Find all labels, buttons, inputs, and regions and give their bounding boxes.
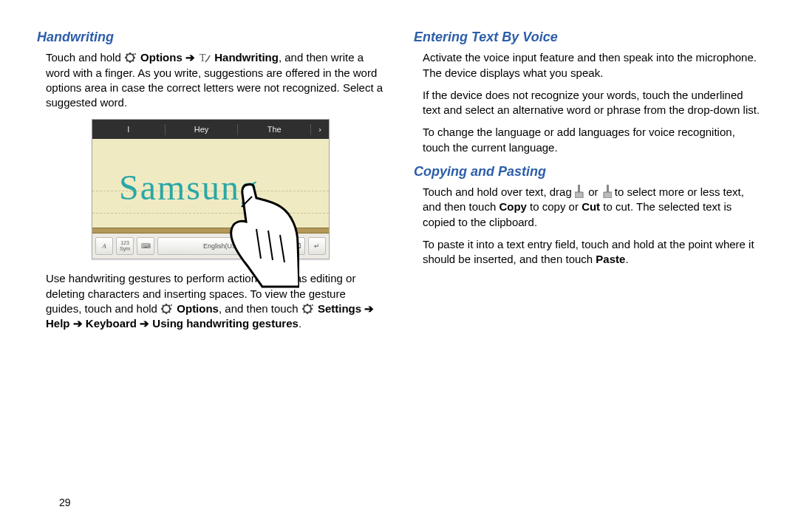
handwritten-word: Samsung bbox=[119, 164, 259, 212]
gear-icon bbox=[301, 303, 315, 315]
svg-line-27 bbox=[310, 311, 311, 313]
svg-point-9 bbox=[134, 53, 136, 55]
text: to copy or bbox=[527, 200, 582, 213]
selection-handle-right-icon bbox=[601, 185, 612, 198]
text: To paste it into a text entry field, tou… bbox=[423, 238, 754, 265]
text: . bbox=[625, 253, 628, 265]
suggestion-bar: I Hey The › bbox=[92, 120, 329, 139]
text: Touch and hold over text, drag bbox=[423, 185, 575, 198]
handwriting-canvas: Samsung bbox=[92, 139, 329, 228]
text: Touch and hold bbox=[46, 51, 124, 64]
svg-line-6 bbox=[132, 61, 134, 62]
svg-point-30 bbox=[312, 304, 313, 306]
text: . bbox=[299, 317, 301, 330]
suggestion-2: Hey bbox=[166, 124, 239, 135]
handwriting-intro: Touch and hold Options ➔ T Handwriting, … bbox=[46, 50, 384, 110]
svg-point-20 bbox=[171, 304, 172, 306]
svg-line-18 bbox=[163, 311, 164, 313]
handwriting-gestures: Use handwriting gestures to perform acti… bbox=[46, 271, 384, 331]
enter-icon: ↵ bbox=[308, 237, 326, 255]
copy-p2: To paste it into a text entry field, tou… bbox=[423, 237, 761, 267]
gear-icon bbox=[160, 303, 174, 315]
svg-line-5 bbox=[126, 54, 128, 55]
svg-line-16 bbox=[163, 305, 164, 307]
keyboard-icon: ⌨ bbox=[137, 237, 154, 255]
voice-p3: To change the language or add languages … bbox=[423, 125, 761, 155]
text: , and then touch bbox=[219, 302, 301, 315]
text-options: Options ➔ bbox=[140, 51, 198, 64]
page-number: 29 bbox=[59, 496, 71, 510]
chevron-right-icon: › bbox=[311, 124, 329, 135]
suggestion-3: The bbox=[238, 124, 311, 135]
voice-p1: Activate the voice input feature and the… bbox=[423, 50, 761, 81]
heading-copy-paste: Copying and Pasting bbox=[414, 163, 761, 180]
svg-line-26 bbox=[304, 305, 305, 307]
text-paste: Paste bbox=[596, 253, 625, 265]
text-copy: Copy bbox=[499, 200, 527, 213]
handwriting-demo-image: I Hey The › Samsung A 123 Sym ⌨ English(… bbox=[92, 119, 330, 259]
svg-line-29 bbox=[310, 305, 311, 307]
svg-rect-32 bbox=[607, 185, 609, 192]
gear-icon bbox=[124, 52, 137, 64]
heading-handwriting: Handwriting bbox=[37, 28, 384, 46]
backspace-icon: ⌫ bbox=[287, 237, 305, 255]
keyboard-row: A 123 Sym ⌨ English(US) ⌫ ↵ bbox=[92, 233, 329, 259]
copy-p1: Touch and hold over text, drag or to sel… bbox=[423, 185, 761, 230]
svg-line-19 bbox=[169, 305, 171, 307]
text-handwriting: Handwriting bbox=[214, 51, 279, 64]
suggestion-1: I bbox=[92, 124, 166, 135]
text: or bbox=[588, 185, 601, 198]
divider bbox=[92, 228, 329, 233]
text-cut: Cut bbox=[582, 200, 600, 213]
text-options2: Options bbox=[177, 302, 219, 315]
right-column: Entering Text By Voice Activate the voic… bbox=[414, 28, 761, 504]
svg-text:T: T bbox=[200, 52, 206, 64]
key-a: A bbox=[95, 237, 113, 255]
selection-handle-left-icon bbox=[575, 185, 585, 198]
svg-line-8 bbox=[132, 54, 134, 55]
t-handwriting-icon: T bbox=[198, 52, 211, 64]
key-sym: 123 Sym bbox=[116, 237, 134, 255]
voice-p2: If the device does not recognize your wo… bbox=[423, 88, 761, 118]
key-language: English(US) bbox=[157, 237, 284, 255]
svg-line-28 bbox=[304, 311, 305, 313]
heading-voice: Entering Text By Voice bbox=[414, 28, 761, 46]
svg-line-7 bbox=[126, 61, 128, 62]
svg-line-17 bbox=[169, 311, 171, 313]
left-column: Handwriting Touch and hold Options ➔ T H… bbox=[37, 28, 384, 504]
svg-rect-31 bbox=[578, 185, 580, 192]
